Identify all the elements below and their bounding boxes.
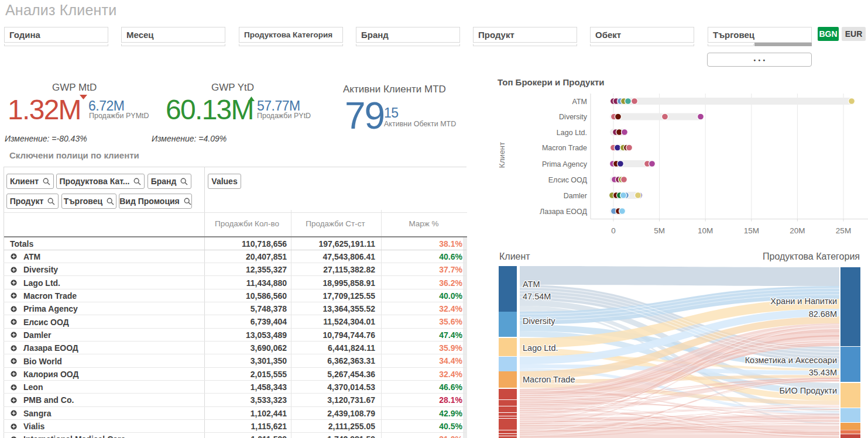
svg-text:Елсис ООД: Елсис ООД [548,176,588,184]
svg-text:Lago Ltd.: Lago Ltd. [523,343,558,353]
svg-text:25M: 25M [836,226,851,235]
svg-text:Damler: Damler [564,192,587,200]
svg-text:Лазара ЕООД: Лазара ЕООД [540,208,588,216]
svg-text:Козметика и Аксесоари: Козметика и Аксесоари [745,356,837,365]
svg-text:БИО Продукти: БИО Продукти [780,386,837,395]
svg-text:ATM: ATM [572,98,587,106]
svg-text:ATM: ATM [523,280,540,289]
svg-text:Prima Agency: Prima Agency [542,160,588,168]
svg-text:35.43M: 35.43M [809,368,837,377]
svg-text:5M: 5M [654,226,665,235]
svg-text:Diversity: Diversity [523,316,555,326]
svg-text:47.54M: 47.54M [523,292,551,301]
svg-text:82.68M: 82.68M [809,309,837,319]
svg-text:Diversity: Diversity [559,113,588,121]
svg-text:Клиент: Клиент [498,142,506,168]
svg-text:Macron Trade: Macron Trade [523,375,575,384]
svg-text:20M: 20M [790,226,805,235]
svg-text:Lago Ltd.: Lago Ltd. [557,129,587,137]
svg-text:Храни и Напитки: Храни и Напитки [770,296,837,306]
svg-text:15M: 15M [744,226,759,235]
svg-text:0: 0 [611,226,616,235]
svg-text:Macron Trade: Macron Trade [542,144,587,152]
svg-text:10M: 10M [698,226,713,235]
